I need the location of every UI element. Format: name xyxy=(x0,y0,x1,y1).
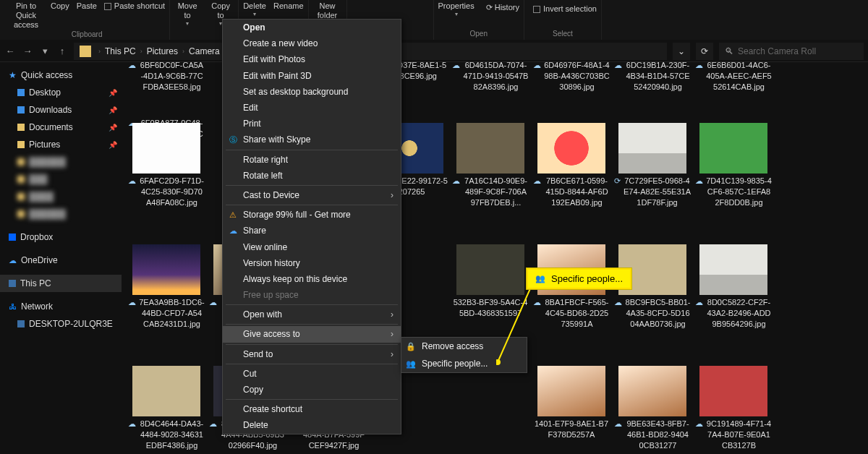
ctx-label: Open xyxy=(243,22,265,33)
ctx-share[interactable]: ☁Share xyxy=(223,223,401,239)
chevron-right-icon: › xyxy=(182,48,184,55)
sidebar-onedrive[interactable]: ☁OneDrive xyxy=(0,252,122,269)
separator xyxy=(226,399,398,400)
properties-button[interactable]: Properties xyxy=(438,1,475,18)
search-input[interactable]: 🔍︎ Search Camera Roll xyxy=(719,43,864,60)
ctx-rotate-right[interactable]: Rotate right xyxy=(223,152,401,168)
move-to-button[interactable]: Move to xyxy=(174,1,200,27)
ctx-print[interactable]: Print xyxy=(223,116,401,132)
pictures-icon xyxy=(17,141,25,148)
ctx-cut[interactable]: Cut xyxy=(223,366,401,382)
copy-button[interactable]: Copy xyxy=(51,1,69,11)
submenu-remove-access[interactable]: 🔒Remove access xyxy=(401,338,527,355)
file-tile[interactable]: ☁7B6CE671-0599-415D-8844-AF6D192EAB09.jp… xyxy=(531,114,612,236)
breadcrumb-item[interactable]: This PC xyxy=(105,46,136,56)
submenu-specific-people[interactable]: 👥Specific people... xyxy=(401,355,527,372)
delete-button[interactable]: Delete xyxy=(243,1,266,18)
sidebar-item-label: Downloads xyxy=(29,105,72,115)
file-tile[interactable]: 1401-E7F9-8AE1-B7F378D5257A xyxy=(531,357,612,454)
ctx-storage-warning[interactable]: ⚠Storage 99% full - Get more xyxy=(223,207,401,223)
ctx-create-shortcut[interactable]: Create shortcut xyxy=(223,401,401,417)
ctx-view-online[interactable]: View online xyxy=(223,239,401,254)
star-icon: ★ xyxy=(9,70,17,80)
ctx-always-keep[interactable]: Always keep on this device xyxy=(223,271,401,287)
ctx-share-skype[interactable]: ⓈShare with Skype xyxy=(223,132,401,147)
file-tile[interactable]: ☁6DC19B1A-230F-4B34-B1D4-57CE52420940.jp… xyxy=(612,62,693,116)
nav-recent-button[interactable]: ▾ xyxy=(39,46,51,56)
ctx-open[interactable]: Open xyxy=(223,20,401,35)
file-tile[interactable]: ☁7D41C139-9835-4CF6-857C-1EFA82F8DD0B.jp… xyxy=(693,114,774,236)
file-tile[interactable]: ☁8BC9FBC5-BB01-4A35-8CFD-5D1604AAB0736.j… xyxy=(612,236,693,357)
file-tile[interactable]: ☁6FAFC2D9-F71D-4C25-830F-9D70A48FA08C.jp… xyxy=(126,114,207,236)
ctx-edit-with-photos[interactable]: Edit with Photos xyxy=(223,51,401,67)
file-tile[interactable]: ☁8D4C4644-DA43-4484-9028-34631EDBF4386.j… xyxy=(126,357,207,454)
cloud-status-icon: ☁ xyxy=(128,62,136,71)
ctx-open-with[interactable]: Open with xyxy=(223,307,401,322)
file-tile[interactable]: ⟳7C729FE5-0968-4E74-A82E-55E31A1DF78F.jp… xyxy=(612,114,693,236)
sidebar-item-label: DESKTOP-2ULQR3E xyxy=(29,319,113,329)
sidebar-documents[interactable]: Documents📌 xyxy=(0,119,122,136)
breadcrumb-dropdown-button[interactable]: ⌄ xyxy=(673,43,690,60)
lock-icon: 🔒 xyxy=(406,342,416,351)
cloud-status-icon: ☁ xyxy=(452,176,460,187)
sidebar-item-redacted[interactable]: ██████ xyxy=(0,153,122,171)
sidebar-item-redacted[interactable]: ██████ xyxy=(0,205,122,223)
refresh-button[interactable]: ⟳ xyxy=(696,43,713,60)
file-tile[interactable]: ☁6D46976F-48A1-498B-A436C703BC30896.jpg xyxy=(531,62,612,116)
pin-icon: 📌 xyxy=(109,124,117,132)
sidebar-item-redacted[interactable]: ███ xyxy=(0,171,122,188)
file-tile[interactable]: ☁8BA1FBCF-F565-4C45-BD68-2D25735991A xyxy=(531,236,612,357)
nav-back-button[interactable]: ← xyxy=(4,46,16,56)
ctx-edit[interactable]: Edit xyxy=(223,100,401,116)
ctx-copy[interactable]: Copy xyxy=(223,382,401,398)
ctx-free-up-space: Free up space xyxy=(223,287,401,303)
file-tile[interactable]: ☁7EA3A9BB-1DC6-44BD-CFD7-A54CAB2431D1.jp… xyxy=(126,236,207,357)
file-tile[interactable]: ☁7A16C14D-90E9-489F-9C8F-706A97FB7DEB.j.… xyxy=(450,114,531,236)
paste-shortcut-button[interactable]: Paste shortcut xyxy=(104,1,165,11)
select-group-label: Select xyxy=(553,30,573,40)
invert-selection-button[interactable]: Invert selection xyxy=(533,4,597,14)
file-tile[interactable]: ☁6E6B6D01-4AC6-405A-AEEC-AEF552614CAB.jp… xyxy=(693,62,774,116)
ctx-rotate-left[interactable]: Rotate left xyxy=(223,168,401,184)
sidebar-item-redacted[interactable]: ████ xyxy=(0,188,122,205)
sidebar-network[interactable]: 🖧Network xyxy=(0,298,122,315)
ctx-label: Storage 99% full - Get more xyxy=(243,210,351,220)
sidebar-quick-access[interactable]: ★Quick access xyxy=(0,67,122,84)
rename-button[interactable]: Rename xyxy=(273,1,304,11)
paste-button[interactable]: Paste xyxy=(77,1,97,11)
thumbnail xyxy=(699,366,767,416)
cloud-status-icon: ☁ xyxy=(128,419,136,429)
file-name: 8BA1FBCF-F565-4C45-BD68-2D25735991A xyxy=(544,297,610,330)
sidebar-this-pc[interactable]: This PC xyxy=(0,275,122,292)
file-tile[interactable]: ☁9C191489-4F71-47A4-B07E-9E0A1CB3127B xyxy=(693,357,774,454)
breadcrumb-item[interactable]: Pictures xyxy=(147,46,178,56)
folder-icon xyxy=(17,193,25,200)
ctx-create-new-video[interactable]: Create a new video xyxy=(223,35,401,51)
cloud-status-icon: ☁ xyxy=(695,62,703,71)
sidebar-dropbox[interactable]: Dropbox xyxy=(0,228,122,246)
ctx-edit-with-paint-3d[interactable]: Edit with Paint 3D xyxy=(223,68,401,84)
sidebar-downloads[interactable]: Downloads📌 xyxy=(0,101,122,119)
sidebar-desktop[interactable]: Desktop📌 xyxy=(0,84,122,101)
file-tile[interactable]: ☁8D0C5822-CF2F-43A2-B2496-ADD9B9564296.j… xyxy=(693,236,774,357)
ctx-give-access-to[interactable]: Give access to xyxy=(223,326,401,342)
cloud-status-icon: ☁ xyxy=(695,176,703,187)
history-button[interactable]: ⟳ History xyxy=(486,3,519,12)
ctx-cast-to-device[interactable]: Cast to Device xyxy=(223,187,401,203)
sidebar-pictures[interactable]: Pictures📌 xyxy=(0,136,122,153)
sidebar-network-pc[interactable]: DESKTOP-2ULQR3E xyxy=(0,315,122,333)
ctx-send-to[interactable]: Send to xyxy=(223,346,401,362)
file-tile[interactable]: ☁9BE63E43-8FB7-46B1-BD82-94040CB31277 xyxy=(612,357,693,454)
ctx-delete[interactable]: Delete xyxy=(223,417,401,433)
nav-forward-button[interactable]: → xyxy=(22,46,33,56)
file-tile[interactable]: ☁6BF6DC0F-CA5A-4D1A-9C6B-77CFDBA3EE58.jp… xyxy=(126,62,207,116)
nav-up-button[interactable]: ↑ xyxy=(56,46,68,56)
ctx-version-history[interactable]: Version history xyxy=(223,255,401,271)
file-tile[interactable]: ☁6D4615DA-7074-471D-9419-0547B82A8396.jp… xyxy=(450,62,531,116)
separator xyxy=(226,304,398,305)
ctx-label: Share xyxy=(243,226,266,236)
ribbon: Pin to Quick access Copy Paste Paste sho… xyxy=(0,0,868,40)
ctx-set-desktop-background[interactable]: Set as desktop background xyxy=(223,84,401,100)
pin-quick-access-button[interactable]: Pin to Quick access xyxy=(9,1,43,30)
search-icon: 🔍︎ xyxy=(725,46,733,56)
